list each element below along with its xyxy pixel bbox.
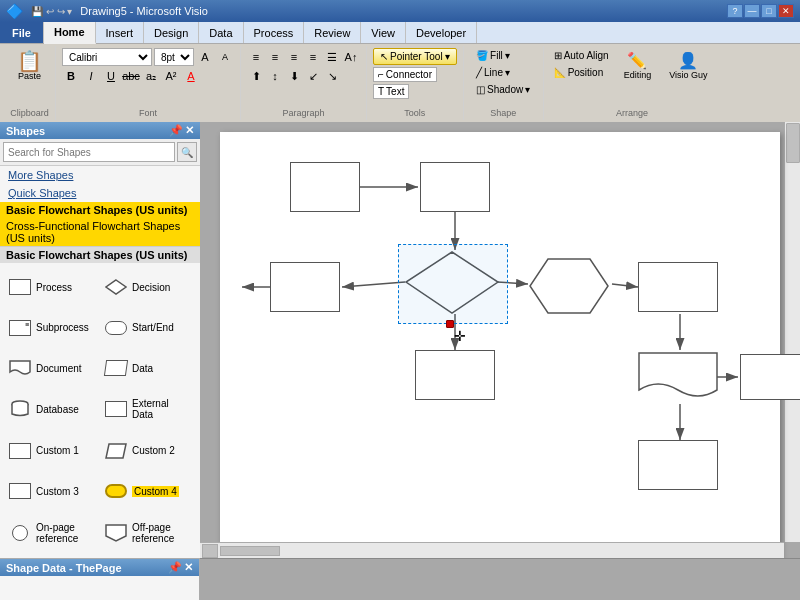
search-button[interactable]: 🔍 (177, 142, 197, 162)
tab-view[interactable]: View (361, 22, 406, 43)
category-cross-functional[interactable]: Cross-Functional Flowchart Shapes (US un… (0, 218, 200, 246)
shape-s6[interactable] (638, 262, 718, 312)
paste-icon: 📋 (17, 51, 42, 71)
shape-custom1[interactable]: Custom 1 (4, 431, 100, 471)
align-right-button[interactable]: ≡ (285, 48, 303, 66)
tab-data[interactable]: Data (199, 22, 243, 43)
justify-button[interactable]: ≡ (304, 48, 322, 66)
shapes-panel: Shapes 📌 ✕ 🔍 More Shapes Quick Shapes Ba… (0, 122, 200, 558)
shape-offpage[interactable]: Off-page reference (100, 512, 196, 554)
shape-s9[interactable] (740, 354, 800, 400)
scroll-thumb-vertical[interactable] (786, 123, 800, 163)
font-color-button[interactable]: A (182, 67, 200, 85)
strikethrough-button[interactable]: abc (122, 67, 140, 85)
pointer-tool-button[interactable]: ↖ Pointer Tool ▾ (373, 48, 457, 65)
shape-s2[interactable] (420, 162, 490, 212)
bold-button[interactable]: B (62, 67, 80, 85)
tab-file[interactable]: File (0, 22, 44, 43)
connector-button[interactable]: ⌐ Connector (373, 67, 437, 82)
shape-s1[interactable] (290, 162, 360, 212)
red-handle[interactable] (446, 320, 454, 328)
shapes-panel-controls[interactable]: 📌 ✕ (169, 124, 194, 137)
more-shapes-link[interactable]: More Shapes (0, 166, 200, 184)
shape-decision[interactable]: Decision (100, 267, 196, 307)
paragraph-group: ≡ ≡ ≡ ≡ ☰ A↑ ⬆ ↕ ⬇ ↙ ↘ Paragraph (241, 46, 367, 120)
tab-home[interactable]: Home (44, 22, 96, 44)
inc-indent-button[interactable]: ↘ (323, 67, 341, 85)
tab-developer[interactable]: Developer (406, 22, 477, 43)
align-left-button[interactable]: ≡ (247, 48, 265, 66)
shape-s5-hexagon[interactable] (528, 257, 610, 315)
shape-s3-diamond[interactable] (405, 250, 500, 315)
shape-custom3[interactable]: Custom 3 (4, 471, 100, 511)
shape-subprocess[interactable]: Subprocess (4, 307, 100, 347)
canvas-page[interactable]: ✛ (220, 132, 780, 558)
shape-data-panel: Shape Data - ThePage 📌 ✕ No Shape Data (0, 558, 200, 600)
font-size-select[interactable]: 8pt (154, 48, 194, 66)
tab-insert[interactable]: Insert (96, 22, 145, 43)
shape-data-controls[interactable]: 📌 ✕ (168, 561, 193, 574)
shadow-button[interactable]: ◫ Shadow ▾ (472, 82, 534, 97)
para-row-1: ≡ ≡ ≡ ≡ ☰ A↑ (247, 48, 360, 66)
subscript-button[interactable]: a₂ (142, 67, 160, 85)
bottom-align-button[interactable]: ⬇ (285, 67, 303, 85)
align-center-button[interactable]: ≡ (266, 48, 284, 66)
tab-design[interactable]: Design (144, 22, 199, 43)
indent-button[interactable]: A↑ (342, 48, 360, 66)
shape-data-close[interactable]: ✕ (184, 561, 193, 574)
shape-database[interactable]: Database (4, 388, 100, 430)
superscript-button[interactable]: A² (162, 67, 180, 85)
shapes-panel-pin[interactable]: 📌 (169, 124, 183, 137)
shape-custom2[interactable]: Custom 2 (100, 431, 196, 471)
shape-data-pin[interactable]: 📌 (168, 561, 182, 574)
window-controls[interactable]: ? — □ ✕ (727, 4, 794, 18)
shape-document[interactable]: Document (4, 348, 100, 388)
tab-process[interactable]: Process (244, 22, 305, 43)
position-button[interactable]: 📐 Position (550, 65, 613, 80)
canvas-area[interactable]: ✛ (200, 122, 800, 558)
list-button[interactable]: ☰ (323, 48, 341, 66)
top-align-button[interactable]: ⬆ (247, 67, 265, 85)
line-button[interactable]: ╱ Line ▾ (472, 65, 514, 80)
middle-align-button[interactable]: ↕ (266, 67, 284, 85)
italic-button[interactable]: I (82, 67, 100, 85)
fill-button[interactable]: 🪣 Fill ▾ (472, 48, 514, 63)
vertical-scrollbar[interactable] (784, 122, 800, 542)
dec-indent-button[interactable]: ↙ (304, 67, 322, 85)
shape-onpage[interactable]: On-page reference (4, 512, 100, 554)
shapes-panel-close[interactable]: ✕ (185, 124, 194, 137)
shape-process[interactable]: Process (4, 267, 100, 307)
title-bar: 🔷 💾 ↩ ↪ ▾ Drawing5 - Microsoft Visio ? —… (0, 0, 800, 22)
scroll-left-btn[interactable] (202, 544, 218, 558)
help-icon[interactable]: ? (727, 4, 743, 18)
horizontal-scrollbar[interactable] (200, 542, 784, 558)
underline-button[interactable]: U (102, 67, 120, 85)
shape-s8-doc[interactable] (638, 352, 718, 402)
editing-button[interactable]: ✏️ Editing (617, 48, 659, 83)
auto-align-button[interactable]: ⊞ Auto Align (550, 48, 613, 63)
shrink-font-button[interactable]: A (216, 48, 234, 66)
shape-s4[interactable] (270, 262, 340, 312)
close-button[interactable]: ✕ (778, 4, 794, 18)
shapes-search-input[interactable] (3, 142, 175, 162)
minimize-button[interactable]: — (744, 4, 760, 18)
paste-button[interactable]: 📋 Paste (10, 48, 49, 84)
grow-font-button[interactable]: A (196, 48, 214, 66)
tab-review[interactable]: Review (304, 22, 361, 43)
visio-guy-button[interactable]: 👤 Visio Guy (662, 48, 714, 83)
shape-custom4[interactable]: Custom 4 (100, 471, 196, 511)
svg-marker-2 (106, 444, 126, 458)
shape-s7[interactable] (415, 350, 495, 400)
category-basic-flowchart[interactable]: Basic Flowchart Shapes (US units) (0, 202, 200, 218)
scroll-thumb-horizontal[interactable] (220, 546, 280, 556)
font-family-select[interactable]: Calibri (62, 48, 152, 66)
shape-startend[interactable]: Start/End (100, 307, 196, 347)
shape-extdata[interactable]: External Data (100, 388, 196, 430)
text-button[interactable]: T Text (373, 84, 409, 99)
shape-data[interactable]: Data (100, 348, 196, 388)
text-tool-icon: T (378, 86, 384, 97)
shape-s10[interactable] (638, 440, 718, 490)
fill-icon: 🪣 (476, 50, 488, 61)
quick-shapes-link[interactable]: Quick Shapes (0, 184, 200, 202)
maximize-button[interactable]: □ (761, 4, 777, 18)
